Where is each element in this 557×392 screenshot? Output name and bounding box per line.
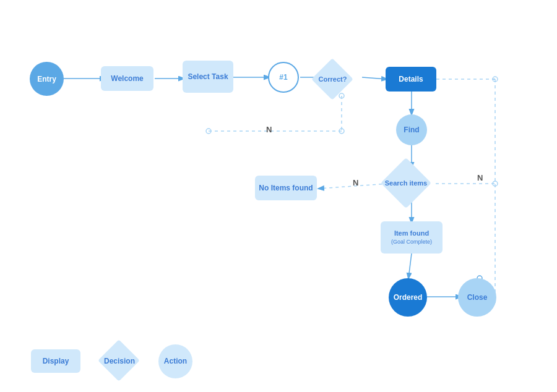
node-step1[interactable]: #1 <box>268 62 299 93</box>
label-n-correct: N <box>266 125 272 134</box>
node-ordered-label: Ordered <box>394 293 423 302</box>
node-welcome[interactable]: Welcome <box>101 66 153 91</box>
node-find-label: Find <box>404 126 419 134</box>
svg-point-20 <box>493 181 498 186</box>
label-n-right: N <box>477 173 483 182</box>
node-welcome-label: Welcome <box>111 74 143 83</box>
legend-decision-label: Decision <box>104 357 135 365</box>
node-find[interactable]: Find <box>396 114 427 145</box>
flowchart-canvas: N N N Entry Welcome Select Task #1 Corre… <box>0 0 557 392</box>
node-correct-label: Correct? <box>319 75 347 83</box>
node-no-items-found-label: No Items found <box>259 184 313 192</box>
svg-point-13 <box>206 129 211 134</box>
svg-point-11 <box>339 129 344 134</box>
svg-line-18 <box>408 254 412 278</box>
node-item-found-label: Item found (Goal Complete) <box>391 229 432 246</box>
node-ordered[interactable]: Ordered <box>389 278 427 317</box>
node-select-task[interactable]: Select Task <box>183 61 233 93</box>
node-step1-label: #1 <box>279 73 287 82</box>
node-close-label: Close <box>467 293 488 302</box>
legend-action: Action <box>158 344 192 378</box>
node-entry-label: Entry <box>37 75 56 83</box>
node-correct[interactable]: Correct? <box>313 61 353 98</box>
svg-line-4 <box>362 77 387 79</box>
label-n-search: N <box>353 178 358 187</box>
node-select-task-label: Select Task <box>188 72 228 81</box>
legend: Display Decision Action <box>31 343 192 379</box>
node-details[interactable]: Details <box>386 67 436 92</box>
node-details-label: Details <box>399 75 423 83</box>
node-search-items[interactable]: Search items <box>381 164 431 202</box>
node-search-items-label: Search items <box>385 179 427 187</box>
legend-action-label: Action <box>164 357 187 365</box>
legend-decision: Decision <box>98 343 141 379</box>
node-item-found[interactable]: Item found (Goal Complete) <box>381 221 443 254</box>
node-no-items-found[interactable]: No Items found <box>255 176 317 200</box>
node-close[interactable]: Close <box>458 278 496 317</box>
node-entry[interactable]: Entry <box>30 62 64 96</box>
legend-display-label: Display <box>43 357 69 365</box>
legend-display: Display <box>31 349 80 373</box>
svg-point-7 <box>493 77 498 82</box>
